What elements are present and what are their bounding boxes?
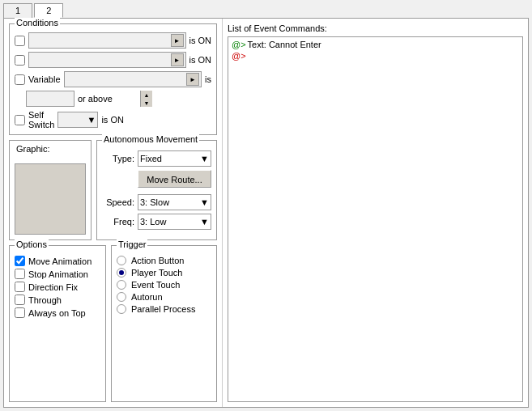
option-move-animation: Move Animation	[15, 256, 100, 266]
trigger-autorun[interactable]: Autorun	[117, 292, 211, 302]
left-panel: Conditions ► is ON ► is ON	[4, 19, 223, 407]
bottom-section: Options Move Animation Stop Animation	[9, 245, 217, 402]
spinbox-up[interactable]: ▲	[141, 91, 152, 99]
freq-row: Freq: 3: Low ▼ 1: Lowest 2: Lower 3: Low…	[102, 214, 211, 230]
trigger-event-touch-label: Event Touch	[131, 280, 180, 290]
tabs-bar: 1 2	[0, 0, 532, 18]
option-direction-fix: Direction Fix	[15, 282, 100, 292]
self-switch-ison: is ON	[101, 115, 124, 125]
autonomous-group: Autonomous Movement Type: Fixed ▼ Fixed …	[96, 140, 217, 240]
through-checkbox[interactable]	[15, 294, 25, 305]
tab-2[interactable]: 2	[34, 3, 63, 18]
through-label: Through	[28, 295, 62, 305]
autonomous-title: Autonomous Movement	[102, 134, 199, 144]
trigger-action-button-label: Action Button	[131, 256, 184, 265]
move-animation-label: Move Animation	[28, 256, 92, 266]
graphic-preview[interactable]	[15, 163, 86, 235]
option-stop-animation: Stop Animation	[15, 269, 100, 279]
spinbox: ▲ ▼	[26, 91, 74, 107]
freq-select-box[interactable]: 3: Low ▼ 1: Lowest 2: Lower 3: Low 4: Hi…	[138, 214, 211, 230]
switch1-ison: is ON	[189, 36, 212, 45]
switch1-dropdown-arrow[interactable]: ►	[171, 34, 184, 47]
always-on-top-label: Always on Top	[28, 308, 86, 318]
graphic-group: Graphic:	[9, 140, 92, 240]
event-commands-title: List of Event Commands:	[228, 23, 523, 33]
direction-fix-label: Direction Fix	[28, 282, 78, 292]
command-item-text[interactable]: @> Text: Cannot Enter	[230, 39, 521, 50]
trigger-parallel-process[interactable]: Parallel Process	[117, 304, 211, 314]
variable-is-label: is	[205, 74, 211, 84]
trigger-autorun-label: Autorun	[131, 292, 163, 302]
trigger-title: Trigger	[117, 239, 147, 249]
spinbox-arrows: ▲ ▼	[140, 91, 152, 107]
options-title: Options	[15, 239, 49, 249]
switch1-row: ► is ON	[15, 32, 211, 49]
freq-label: Freq:	[102, 217, 134, 227]
variable-checkbox[interactable]	[15, 74, 25, 85]
event-commands-list[interactable]: @> Text: Cannot Enter @>	[228, 36, 523, 402]
or-above-row: ▲ ▼ or above	[26, 91, 211, 107]
switch2-ison: is ON	[189, 55, 212, 65]
speed-label: Speed:	[102, 197, 134, 207]
option-through: Through	[15, 294, 100, 305]
self-switch-row: Self Switch ▼ is ON	[15, 110, 211, 129]
trigger-autorun-radio[interactable]	[117, 292, 126, 302]
switch2-dropdown-arrow[interactable]: ►	[171, 53, 184, 66]
trigger-player-touch-label: Player Touch	[131, 268, 182, 278]
move-route-row: Move Route...	[102, 170, 211, 191]
trigger-parallel-process-radio[interactable]	[117, 304, 126, 314]
type-select-box[interactable]: Fixed ▼ Fixed Random Approach Custom	[138, 150, 211, 167]
tab-1[interactable]: 1	[3, 3, 32, 18]
trigger-event-touch-radio[interactable]	[117, 280, 126, 290]
trigger-player-touch-radio[interactable]	[117, 268, 126, 278]
switch2-row: ► is ON	[15, 52, 211, 68]
trigger-event-touch[interactable]: Event Touch	[117, 280, 211, 290]
type-label: Type:	[102, 154, 134, 163]
variable-row: Variable ► is	[15, 71, 211, 87]
self-switch-label: Self Switch	[28, 110, 54, 129]
trigger-action-button[interactable]: Action Button	[117, 256, 211, 265]
self-switch-dropdown[interactable]: ▼	[57, 112, 98, 128]
trigger-player-touch[interactable]: Player Touch	[117, 268, 211, 278]
spinbox-down[interactable]: ▼	[141, 99, 152, 107]
trigger-action-button-radio[interactable]	[117, 256, 126, 265]
type-row: Type: Fixed ▼ Fixed Random Approach Cust…	[102, 150, 211, 167]
speed-row: Speed: 3: Slow ▼ 1: x8 Slower 2: x4 Slow…	[102, 194, 211, 210]
move-animation-checkbox[interactable]	[15, 256, 25, 266]
switch2-checkbox[interactable]	[15, 55, 25, 66]
switch1-checkbox[interactable]	[15, 36, 25, 46]
variable-dropdown-arrow[interactable]: ►	[186, 73, 199, 86]
variable-label: Variable	[28, 74, 61, 84]
command-icon-1: @>	[232, 40, 246, 49]
conditions-title: Conditions	[15, 18, 60, 28]
middle-section: Graphic: Autonomous Movement Type: Fixed…	[9, 140, 217, 240]
trigger-parallel-process-label: Parallel Process	[131, 304, 195, 314]
stop-animation-label: Stop Animation	[28, 269, 88, 279]
stop-animation-checkbox[interactable]	[15, 269, 25, 279]
graphic-title: Graphic:	[15, 144, 86, 154]
always-on-top-checkbox[interactable]	[15, 307, 25, 318]
command-item-end[interactable]: @>	[230, 50, 521, 61]
options-group: Options Move Animation Stop Animation	[9, 245, 106, 402]
command-icon-2: @>	[232, 51, 246, 61]
conditions-group: Conditions ► is ON ► is ON	[9, 23, 217, 135]
trigger-group: Trigger Action Button Player Touch Ev	[111, 245, 217, 402]
command-label-1: Text: Cannot Enter	[248, 40, 321, 49]
main-container: 1 2 Conditions ► is ON	[0, 0, 532, 411]
direction-fix-checkbox[interactable]	[15, 282, 25, 292]
option-always-on-top: Always on Top	[15, 307, 100, 318]
self-switch-checkbox[interactable]	[15, 115, 25, 125]
right-panel: List of Event Commands: @> Text: Cannot …	[223, 19, 528, 407]
speed-select-box[interactable]: 3: Slow ▼ 1: x8 Slower 2: x4 Slower 3: S…	[138, 194, 211, 210]
spinbox-input[interactable]	[27, 94, 140, 104]
move-route-button[interactable]: Move Route...	[138, 170, 211, 188]
content-area: Conditions ► is ON ► is ON	[3, 18, 529, 408]
